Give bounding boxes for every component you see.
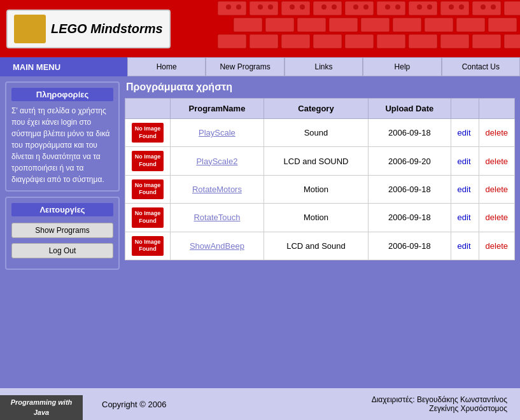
robot-icon <box>14 15 46 43</box>
nav-home[interactable]: Home <box>127 57 206 76</box>
program-link[interactable]: RotateTouch <box>193 213 240 222</box>
sidebar-info-panel: Πληροφορίες Σ' αυτή τη σελίδα ο χρήστης … <box>5 81 120 192</box>
row-date: 2006-09-18 <box>369 119 451 147</box>
svg-point-47 <box>491 4 496 10</box>
no-image-box: No Image Found <box>132 151 164 171</box>
program-link[interactable]: RotateMotors <box>192 185 242 194</box>
no-image-box: No Image Found <box>132 236 164 256</box>
svg-rect-21 <box>249 34 278 48</box>
row-edit-cell[interactable]: edit <box>451 232 479 260</box>
col-category: Category <box>264 99 368 119</box>
logo-box: LEGO Mindstorms <box>6 10 171 48</box>
delete-link[interactable]: delete <box>486 185 508 194</box>
svg-point-42 <box>417 4 422 10</box>
svg-point-40 <box>385 4 390 10</box>
delete-link[interactable]: delete <box>486 157 508 166</box>
svg-rect-7 <box>409 1 437 15</box>
sidebar-info-title: Πληροφορίες <box>11 88 113 101</box>
edit-link[interactable]: edit <box>458 241 471 251</box>
admin-line2: Ζεγκίνης Χρυσόστομος <box>372 404 507 413</box>
row-category: LCD and Sound <box>264 232 368 260</box>
row-edit-cell[interactable]: edit <box>451 119 479 147</box>
logo-text: LEGO Mindstorms <box>51 22 163 36</box>
header: LEGO Mindstorms <box>0 0 520 57</box>
row-category: Motion <box>264 175 368 203</box>
admin-line1: Διαχειριστές: Βεγουδάκης Κωνσταντίνος <box>372 395 507 404</box>
row-program-name[interactable]: ShowAndBeep <box>171 232 264 260</box>
programs-table: ProgramName Category Upload Date No Imag… <box>125 98 515 260</box>
edit-link[interactable]: edit <box>458 185 471 194</box>
nav-contact[interactable]: Contact Us <box>442 57 520 76</box>
svg-rect-10 <box>504 1 520 15</box>
row-image-cell: No Image Found <box>125 175 171 203</box>
row-date: 2006-09-20 <box>369 147 451 175</box>
delete-link[interactable]: delete <box>486 128 508 137</box>
row-image-cell: No Image Found <box>125 147 171 175</box>
row-delete-cell[interactable]: delete <box>479 147 514 175</box>
edit-link[interactable]: edit <box>458 157 471 166</box>
svg-point-34 <box>290 4 295 10</box>
svg-rect-20 <box>218 34 246 48</box>
row-delete-cell[interactable]: delete <box>479 204 514 232</box>
nav-new-programs[interactable]: New Programs <box>206 57 284 76</box>
svg-point-41 <box>395 4 400 10</box>
row-date: 2006-09-18 <box>369 204 451 232</box>
no-image-box: No Image Found <box>132 207 164 227</box>
program-link[interactable]: PlayScale <box>199 128 235 137</box>
row-delete-cell[interactable]: delete <box>479 119 514 147</box>
nav-help[interactable]: Help <box>363 57 441 76</box>
row-program-name[interactable]: PlayScale2 <box>171 147 264 175</box>
footer-logo: Programming with Java <box>0 395 83 420</box>
logout-button[interactable]: Log Out <box>11 243 113 258</box>
svg-point-44 <box>449 4 454 10</box>
row-program-name[interactable]: RotateTouch <box>171 204 264 232</box>
nav-links-link[interactable]: Links <box>285 57 363 76</box>
program-link[interactable]: ShowAndBeep <box>190 241 244 251</box>
svg-point-45 <box>459 4 464 10</box>
row-category: Motion <box>264 204 368 232</box>
sidebar-info-text: Σ' αυτή τη σελίδα ο χρήστης που έχει κάν… <box>11 105 113 185</box>
svg-rect-28 <box>472 34 501 48</box>
row-date: 2006-09-18 <box>369 175 451 203</box>
copyright: Copyright © 2006 <box>102 400 166 409</box>
svg-point-32 <box>258 4 263 10</box>
svg-rect-12 <box>265 18 294 32</box>
main-content: Πληροφορίες Σ' αυτή τη σελίδα ο χρήστης … <box>0 76 520 388</box>
table-row: No Image FoundShowAndBeepLCD and Sound20… <box>125 232 515 260</box>
edit-link[interactable]: edit <box>458 128 471 137</box>
svg-rect-25 <box>377 34 405 48</box>
footer: Programming with Java Copyright © 2006 Δ… <box>0 388 520 420</box>
svg-point-38 <box>353 4 358 10</box>
show-programs-button[interactable]: Show Programs <box>11 223 113 238</box>
row-date: 2006-09-18 <box>369 232 451 260</box>
no-image-box: No Image Found <box>132 179 164 199</box>
row-delete-cell[interactable]: delete <box>479 175 514 203</box>
sidebar-actions-title: Λειτουργίες <box>11 203 113 216</box>
svg-point-43 <box>427 4 432 10</box>
sidebar-actions-panel: Λειτουργίες Show Programs Log Out <box>5 197 120 270</box>
table-area: Προγράμματα χρήστη ProgramName Category … <box>125 81 515 383</box>
col-programname: ProgramName <box>171 99 264 119</box>
svg-rect-23 <box>313 34 342 48</box>
program-link[interactable]: PlayScale2 <box>196 157 237 166</box>
svg-rect-24 <box>345 34 374 48</box>
row-delete-cell[interactable]: delete <box>479 232 514 260</box>
svg-rect-14 <box>329 18 358 32</box>
delete-link[interactable]: delete <box>486 241 508 251</box>
row-edit-cell[interactable]: edit <box>451 147 479 175</box>
row-category: LCD and SOUND <box>264 147 368 175</box>
svg-rect-2 <box>249 1 278 15</box>
row-program-name[interactable]: PlayScale <box>171 119 264 147</box>
row-program-name[interactable]: RotateMotors <box>171 175 264 203</box>
svg-rect-1 <box>218 1 246 15</box>
table-header-row: ProgramName Category Upload Date <box>125 99 515 119</box>
row-edit-cell[interactable]: edit <box>451 175 479 203</box>
edit-link[interactable]: edit <box>458 213 471 222</box>
table-title: Προγράμματα χρήστη <box>125 81 515 93</box>
delete-link[interactable]: delete <box>486 213 508 222</box>
row-image-cell: No Image Found <box>125 204 171 232</box>
col-image <box>125 99 171 119</box>
svg-rect-22 <box>281 34 310 48</box>
svg-rect-9 <box>472 1 501 15</box>
row-edit-cell[interactable]: edit <box>451 204 479 232</box>
